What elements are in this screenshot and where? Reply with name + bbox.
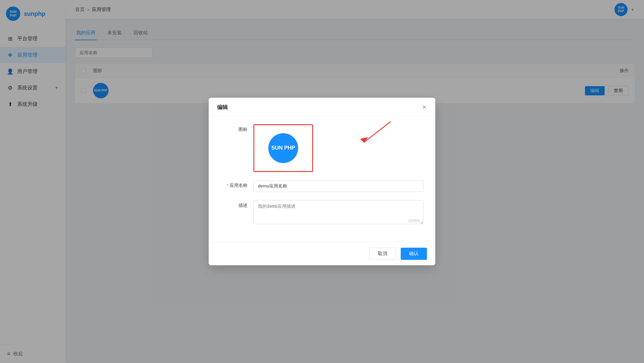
app-name-input[interactable] (253, 180, 423, 192)
modal-body: 图标 SUN PHP *应用名称 (209, 116, 435, 242)
name-input-wrap (253, 180, 423, 192)
name-form-row: *应用名称 (221, 180, 423, 192)
edit-modal: 编辑 ✕ 图标 SUN PHP (209, 98, 435, 265)
cancel-button[interactable]: 取消 (369, 248, 396, 260)
char-count: 10/200 (408, 218, 420, 223)
modal-close-button[interactable]: ✕ (422, 104, 427, 110)
desc-textarea[interactable] (253, 200, 423, 224)
confirm-button[interactable]: 确认 (401, 248, 427, 260)
desc-textarea-wrap: 10/200 (253, 200, 423, 225)
icon-upload-wrap: SUN PHP (253, 124, 423, 172)
desc-label: 描述 (221, 200, 247, 208)
modal-footer: 取消 确认 (209, 242, 435, 265)
modal-header: 编辑 ✕ (209, 98, 435, 116)
icon-label: 图标 (221, 124, 247, 132)
modal-title: 编辑 (217, 104, 228, 111)
name-label: *应用名称 (221, 180, 247, 188)
required-indicator: * (227, 183, 228, 188)
icon-preview: SUN PHP (268, 133, 298, 163)
modal-overlay[interactable]: 编辑 ✕ 图标 SUN PHP (0, 0, 644, 363)
icon-form-row: 图标 SUN PHP (221, 124, 423, 172)
icon-upload-area[interactable]: SUN PHP (253, 124, 313, 172)
desc-form-row: 描述 10/200 (221, 200, 423, 225)
